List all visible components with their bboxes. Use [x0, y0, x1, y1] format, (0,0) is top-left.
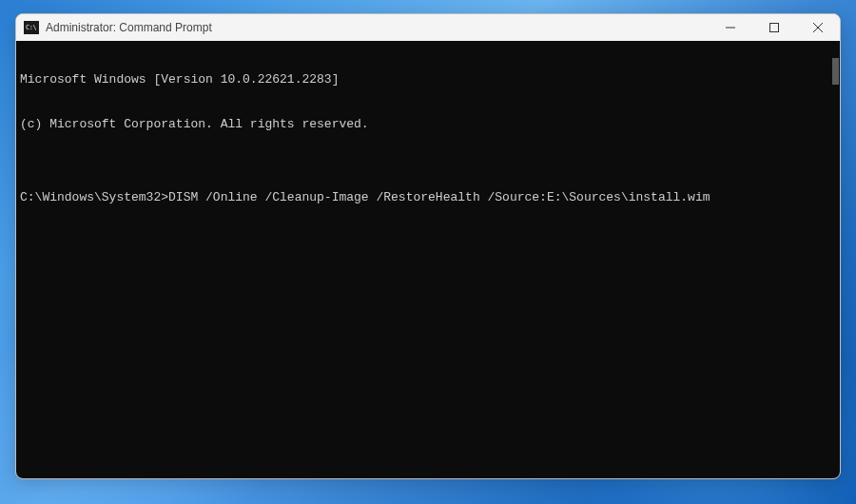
window-controls — [709, 14, 840, 41]
window-title: Administrator: Command Prompt — [46, 21, 709, 34]
terminal-output[interactable]: Microsoft Windows [Version 10.0.22621.22… — [16, 41, 840, 478]
terminal-line-copyright: (c) Microsoft Corporation. All rights re… — [20, 117, 836, 132]
minimize-button[interactable] — [709, 14, 752, 41]
maximize-icon — [769, 23, 779, 32]
command-prompt-window: C:\ Administrator: Command Prompt Micros… — [15, 13, 841, 479]
maximize-button[interactable] — [752, 14, 796, 41]
svg-rect-1 — [770, 24, 779, 32]
minimize-icon — [726, 23, 735, 32]
close-button[interactable] — [796, 14, 840, 41]
cmd-icon: C:\ — [24, 21, 39, 34]
cmd-icon-glyph: C:\ — [26, 24, 36, 31]
titlebar[interactable]: C:\ Administrator: Command Prompt — [16, 14, 840, 41]
terminal-scrollbar[interactable] — [827, 41, 840, 478]
terminal-line-version: Microsoft Windows [Version 10.0.22621.22… — [20, 72, 836, 87]
terminal-line-prompt: C:\Windows\System32>DISM /Online /Cleanu… — [20, 190, 836, 205]
close-icon — [813, 23, 823, 32]
scrollbar-thumb[interactable] — [832, 58, 839, 85]
